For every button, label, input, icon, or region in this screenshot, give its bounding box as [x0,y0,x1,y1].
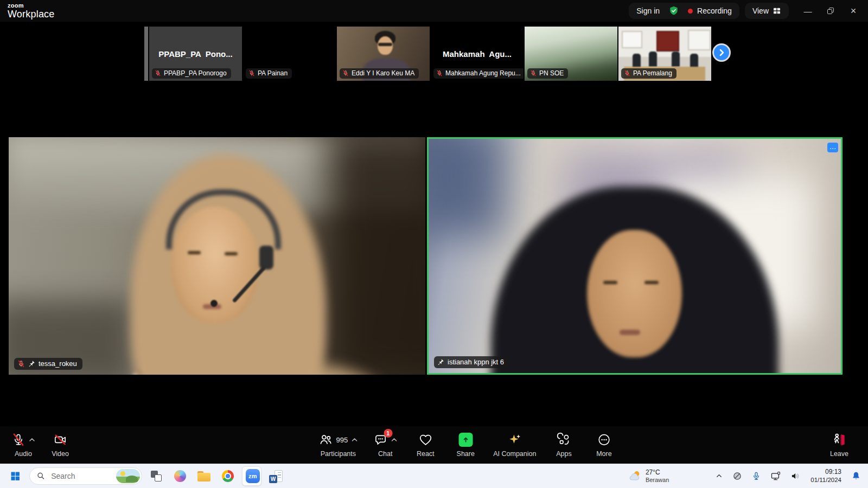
minimize-button[interactable]: — [796,3,819,19]
chrome-button[interactable] [218,466,238,486]
copilot-button[interactable] [170,466,190,486]
tile-name: PA Pemalang [633,69,672,77]
task-view-button[interactable] [146,466,166,486]
participant-nameplate: tessa_rokeu [14,358,82,370]
zoom-app-button[interactable]: zm [242,466,261,486]
eye-shape [225,252,238,255]
more-ellipsis-icon [597,433,611,447]
close-button[interactable]: × [842,3,865,19]
restore-button[interactable] [819,3,842,19]
leave-button[interactable]: Leave [824,426,855,464]
toolbar-left-group: Audio Video [8,426,76,464]
video-tile-tessa[interactable]: tessa_rokeu [9,137,425,375]
video-label: Video [52,450,69,458]
zoom-workplace-logo: zoom Workplace [8,3,55,19]
view-group: View [745,3,789,19]
headset-earcup-shape [259,246,273,269]
sign-in-button[interactable]: Sign in [636,7,660,15]
tray-volume-button[interactable] [789,470,802,483]
search-input[interactable] [50,471,112,481]
glasses-shape [378,43,392,46]
search-weather-thumbnail[interactable] [116,469,140,483]
notifications-button[interactable] [850,470,863,483]
zoom-app-icon: zm [246,469,260,483]
taskbar-weather-widget[interactable]: 27°C Berawan [624,467,672,485]
tile-name: Eddi Y I Karo Keu MA [352,69,414,77]
recording-dot-icon [688,9,693,14]
participant-filmstrip: PPABP_PA Pono... PPABP_PA Ponorogo PA Pa… [144,27,712,81]
tile-more-options-button[interactable]: … [827,143,838,152]
windows-taskbar: zm W 27°C Berawan [0,464,868,488]
partial-video-tile [144,27,148,81]
word-letter: W [269,475,277,483]
taskbar-search-box[interactable] [29,467,142,485]
filmstrip-tile-pn-soe[interactable]: PN SOE [525,27,617,81]
mouth-shape [620,330,640,335]
react-label: React [417,450,435,458]
eye-shape [603,281,617,284]
tray-display-button[interactable] [769,470,782,483]
participant-name: tessa_rokeu [39,359,77,368]
chrome-icon [222,470,234,482]
status-slashed-circle-button[interactable] [731,470,743,482]
tile-name: PN SOE [539,69,564,77]
tray-microphone-button[interactable] [750,470,762,482]
filmstrip-tile-ppabp-pa-ponorogo[interactable]: PPABP_PA Pono... PPABP_PA Ponorogo [149,27,242,81]
participants-caret-icon[interactable] [351,438,358,442]
chat-button[interactable]: 1 Chat [369,426,401,464]
video-button[interactable]: Video [44,426,76,464]
brand-workplace: Workplace [8,9,55,19]
react-button[interactable]: React [410,426,441,464]
filmstrip-tile-eddi[interactable]: Eddi Y I Karo Keu MA [337,27,430,81]
ai-companion-button[interactable]: AI Companion [490,426,539,464]
window-shape [688,30,711,50]
muted-camera-icon [53,433,67,447]
dark-vignette [328,137,425,375]
security-shield-icon[interactable] [668,5,679,16]
grid-view-icon [773,7,781,15]
filmstrip-next-page-button[interactable] [712,43,731,62]
video-tile-istianah[interactable]: … istianah kppn jkt 6 [427,137,843,375]
tile-nameplate: Eddi Y I Karo Keu MA [340,68,419,79]
sun-shape [120,471,125,476]
eye-shape [644,281,659,284]
file-explorer-button[interactable] [194,466,214,486]
audio-button[interactable]: Audio [8,426,39,464]
restore-icon [827,8,834,14]
taskbar-clock[interactable]: 09:13 01/11/2024 [809,468,843,484]
ai-companion-label: AI Companion [493,450,536,458]
share-screen-icon [458,433,473,447]
toolbar-right-group: Leave [824,426,855,464]
share-label: Share [457,450,475,458]
participants-label: Participants [321,450,356,458]
apps-label: Apps [556,450,572,458]
more-button[interactable]: More [588,426,620,464]
view-button[interactable]: View [752,7,781,15]
system-tray: 27°C Berawan 09:13 01/11/2024 [624,467,863,485]
participant-name: istianah kppn jkt 6 [448,358,504,366]
chat-caret-icon[interactable] [391,438,397,442]
participants-button[interactable]: 995 Participants [316,426,361,464]
display-icon [770,471,781,481]
muted-mic-icon [530,70,537,76]
tile-name: Mahkamah Agung Repu... [445,69,521,77]
clock-time: 09:13 [810,468,841,476]
court-emblem-shape [656,31,679,52]
eye-shape [188,251,201,254]
apps-button[interactable]: Apps [548,426,579,464]
participant-nameplate: istianah kppn jkt 6 [434,356,509,368]
start-button[interactable] [5,466,25,486]
participants-count: 995 [336,436,348,444]
tile-nameplate: PPABP_PA Ponorogo [152,68,231,79]
share-button[interactable]: Share [450,426,481,464]
audio-options-caret-icon[interactable] [29,438,35,442]
meeting-toolbar: Audio Video 995 Participants [0,426,868,464]
filmstrip-tile-mahkamah-agung[interactable]: Mahkamah Agu... Mahkamah Agung Repu... [431,27,524,81]
show-hidden-icons-button[interactable] [714,471,724,481]
word-button[interactable]: W [266,466,285,486]
filmstrip-tile-pa-pemalang[interactable]: PA Pemalang [618,27,711,81]
more-label: More [596,450,611,458]
tile-name: PPABP_PA Ponorogo [164,69,227,77]
toolbar-center-group: 995 Participants 1 Chat [316,426,620,464]
filmstrip-tile-pa-painan[interactable]: PA Painan [243,27,336,81]
